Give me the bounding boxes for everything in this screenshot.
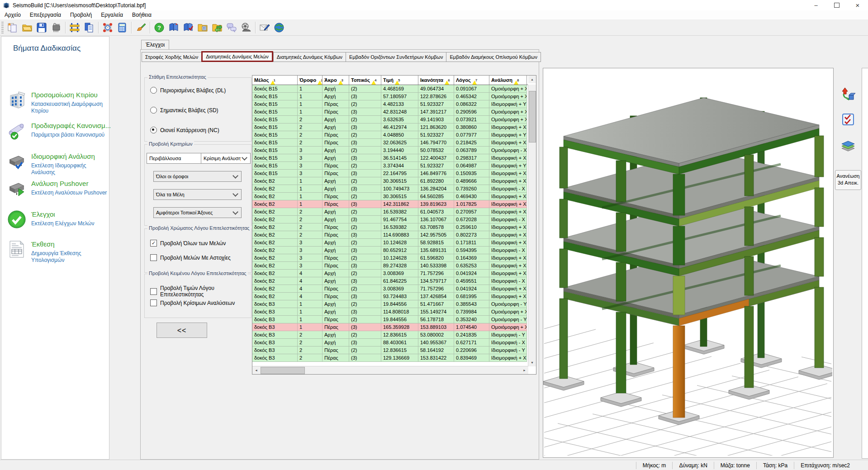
subtab-chord-rotations[interactable]: Στροφές Χορδής Μελών xyxy=(142,52,201,62)
help-icon[interactable]: ? xyxy=(152,21,166,34)
project-folder-icon[interactable] xyxy=(195,21,210,34)
menu-tools[interactable]: Εργαλεία xyxy=(96,10,128,19)
checks-list-icon[interactable] xyxy=(839,110,857,128)
deformed-shape-icon[interactable] xyxy=(839,85,857,103)
column-header-2[interactable]: Όροφο2 xyxy=(298,76,323,85)
column-header-5[interactable]: Τιμή5 xyxy=(381,76,418,85)
menu-help[interactable]: Βοήθεια xyxy=(128,10,156,19)
forum-chat-icon[interactable] xyxy=(224,21,239,34)
toolbar-grip[interactable] xyxy=(1,22,4,33)
table-row-failed[interactable]: δοκός B31Πέρας(3)165.359928153.8891031.0… xyxy=(252,323,536,331)
table-row[interactable]: δοκός B32Αρχή(3)88.403061140.9553670.627… xyxy=(252,339,536,347)
open-project-icon[interactable] xyxy=(20,21,34,34)
table-row[interactable]: δοκός B21Αρχή(3)100.749473136.2842040.73… xyxy=(252,185,536,193)
subtab-member-shear-forces[interactable]: Διατμητικές Δυνάμεις Μελών xyxy=(201,51,273,62)
table-row[interactable]: δοκός B153Πέρας(2)3.37434451.9233270.064… xyxy=(252,162,536,170)
table-row[interactable]: δοκός B22Πέρας(3)114.690883142.9575050.8… xyxy=(252,231,536,239)
table-row[interactable]: δοκός B24Πέρας(3)93.724483137.4268540.68… xyxy=(252,293,536,300)
column-header-3[interactable]: Άκρο3 xyxy=(323,76,349,85)
checkbox-show-failed-members[interactable]: Προβολή Μελών Με Αστοχίες xyxy=(150,254,231,261)
table-row[interactable]: δοκός B23Πέρας(2)10.12462861.5968200.164… xyxy=(252,254,536,262)
table-row[interactable]: δοκός B151Αρχή(3)57.180597122.8786260.46… xyxy=(252,93,536,100)
table-row-failed[interactable]: δοκός B21Πέρας(3)142.311862139.8196231.0… xyxy=(252,200,536,208)
maximize-button[interactable] xyxy=(826,0,847,10)
table-row[interactable]: δοκός B22Αρχή(2)16.53938261.0405730.2709… xyxy=(252,208,536,216)
import-export-folder-icon[interactable] xyxy=(210,21,224,34)
table-row[interactable]: δοκός B31Αρχή(3)114.808018155.1492740.73… xyxy=(252,308,536,316)
table-row[interactable]: δοκός B22Πέρας(2)16.53938263.7085780.259… xyxy=(252,223,536,231)
table-row[interactable]: δοκός B23Πέρας(3)89.274328140.5333980.63… xyxy=(252,262,536,270)
radio-damage-limitation[interactable]: Περιορισμένες Βλάβες (DL) xyxy=(150,87,226,94)
radio-significant-damage[interactable]: Σημαντικές Βλάβες (SD) xyxy=(150,107,218,114)
vertical-scrollbar[interactable]: ▲ ▼ xyxy=(528,85,536,366)
collapsed-side-strip[interactable] xyxy=(862,68,868,459)
save-project-icon[interactable] xyxy=(34,21,49,34)
column-header-6[interactable]: Ικανότητα6 xyxy=(418,76,454,85)
table-row[interactable]: δοκός B151Πέρας(3)42.831248147.3912170.2… xyxy=(252,108,536,116)
manual-book-icon[interactable] xyxy=(166,21,181,34)
critical-analysis-dropdown[interactable]: Κρίσιμη Ανάλυση xyxy=(201,153,251,164)
website-globe-icon[interactable] xyxy=(272,21,286,34)
horizontal-scrollbar[interactable]: ◄ ► xyxy=(252,366,528,374)
table-row[interactable]: δοκός B152Αρχή(2)3.63263549.1419030.0739… xyxy=(252,116,536,123)
model-inspect-icon[interactable] xyxy=(100,21,115,34)
layers-icon[interactable] xyxy=(839,138,857,156)
menu-file[interactable]: Αρχείο xyxy=(0,10,25,19)
table-row[interactable]: δοκός B152Πέρας(2)4.04885051.9233270.077… xyxy=(252,131,536,139)
table-row[interactable]: δοκός B151Πέρας(2)4.48213351.9233270.086… xyxy=(252,100,536,108)
radio-near-collapse[interactable]: Οιονεί Κατάρρευση (NC) xyxy=(150,127,219,133)
table-row[interactable]: δοκός B153Πέρας(3)22.164795146.8497760.1… xyxy=(252,170,536,177)
email-support-icon[interactable] xyxy=(257,21,272,34)
column-header-1[interactable]: Μέλος1 xyxy=(252,76,298,85)
table-row[interactable]: δοκός B32Αρχή(2)12.83661553.0800020.2418… xyxy=(252,331,536,339)
table-row[interactable]: δοκός B153Αρχή(3)36.514145122.4004370.29… xyxy=(252,154,536,162)
3d-viewport[interactable] xyxy=(543,68,834,458)
members-dropdown[interactable]: Όλα τα Μέλη xyxy=(153,189,242,200)
table-row[interactable]: δοκός B24Αρχή(3)61.846225134.5797170.459… xyxy=(252,277,536,285)
table-row[interactable]: δοκός B32Πέρας(3)129.136669153.8314220.8… xyxy=(252,354,536,362)
column-header-4[interactable]: Τοπικός4 xyxy=(349,76,381,85)
subtab-joint-shear-forces[interactable]: Διατμητικές Δυνάμεις Κόμβων xyxy=(273,52,346,62)
table-row[interactable]: δοκός B24Πέρας(2)3.00836971.7572960.0419… xyxy=(252,285,536,293)
checkbox-show-critical-analyses[interactable]: Προβολή Κρίσιμων Αναλύσεων xyxy=(150,299,235,306)
minimize-button[interactable]: – xyxy=(806,0,826,10)
table-row[interactable]: δοκός B31Αρχή(2)19.84455651.4716670.3855… xyxy=(252,300,536,308)
table-row[interactable]: δοκός B32Πέρας(2)12.83661558.1641920.220… xyxy=(252,347,536,354)
table-row[interactable]: δοκός B152Αρχή(3)46.412974121.8636200.38… xyxy=(252,123,536,131)
checkbox-show-all-members[interactable]: ✓Προβολή Όλων των Μελών xyxy=(150,240,226,247)
subtab-joint-horizontal-hoops-area[interactable]: Εμβαδόν Οριζόντιων Συνδετήρων Κόμβων xyxy=(346,52,446,62)
table-row[interactable]: δοκός B23Αρχή(3)80.652912135.6891310.594… xyxy=(252,247,536,254)
column-header-8[interactable]: Ανάλυση8 xyxy=(489,76,527,85)
table-cell: 121.863620 xyxy=(418,123,454,131)
column-header-7[interactable]: Λόγος7 xyxy=(454,76,489,85)
paint-brush-icon[interactable] xyxy=(133,21,148,34)
table-row[interactable]: δοκός B24Αρχή(2)3.00836971.7572960.04192… xyxy=(252,270,536,277)
subtab-joint-longitudinal-reinf-area[interactable]: Εμβαδόν Διαμήκους Οπλισμού Κόμβων xyxy=(446,52,541,62)
local-axes-dropdown[interactable]: Αμφότεροι Τοπικοί Άξονες xyxy=(153,207,242,218)
calculator-icon[interactable] xyxy=(115,21,129,34)
table-cell: δοκός B15 xyxy=(252,131,298,139)
new-project-icon[interactable] xyxy=(5,21,20,34)
verification-book-icon[interactable] xyxy=(181,21,195,34)
menu-view[interactable]: Προβολή xyxy=(66,10,96,19)
tab-checks[interactable]: Έλεγχοι xyxy=(141,40,169,50)
close-button[interactable]: × xyxy=(847,0,868,10)
frame-model-icon[interactable] xyxy=(67,21,82,34)
checkbox-show-ratio-values[interactable]: Προβολή Τιμών Λόγου Επιτελεστικότητας xyxy=(150,285,251,298)
report-pages-icon[interactable] xyxy=(82,21,96,34)
tutorial-videos-icon[interactable] xyxy=(239,21,253,34)
table-row[interactable]: δοκός B23Αρχή(2)10.12462858.9288150.1718… xyxy=(252,239,536,247)
menu-edit[interactable]: Επεξεργασία xyxy=(25,10,66,19)
table-row[interactable]: δοκός B31Πέρας(2)19.84455656.1787180.353… xyxy=(252,316,536,323)
floors-dropdown[interactable]: Όλοι οι όροφοι xyxy=(153,171,242,182)
table-row[interactable]: δοκός B151Αρχή(2)4.46816949.0647340.0910… xyxy=(252,85,536,93)
processor-icon[interactable] xyxy=(49,21,63,34)
refresh-3d-view-button[interactable]: Ανανέωση3d Απεικ. xyxy=(835,170,861,190)
table-row[interactable]: δοκός B153Αρχή(2)3.19444050.0785320.0637… xyxy=(252,147,536,154)
table-row[interactable]: δοκός B152Πέρας(3)32.063625146.7947700.2… xyxy=(252,139,536,147)
step-title: Ιδιομορφική Ανάλυση xyxy=(31,152,95,160)
table-row[interactable]: δοκός B21Πέρας(2)30.30651564.5602850.469… xyxy=(252,193,536,200)
collapse-panel-button[interactable]: << xyxy=(157,323,207,338)
table-row[interactable]: δοκός B22Αρχή(3)91.467754136.1070670.672… xyxy=(252,216,536,223)
table-row[interactable]: δοκός B21Αρχή(2)30.30651561.8922800.4896… xyxy=(252,177,536,185)
